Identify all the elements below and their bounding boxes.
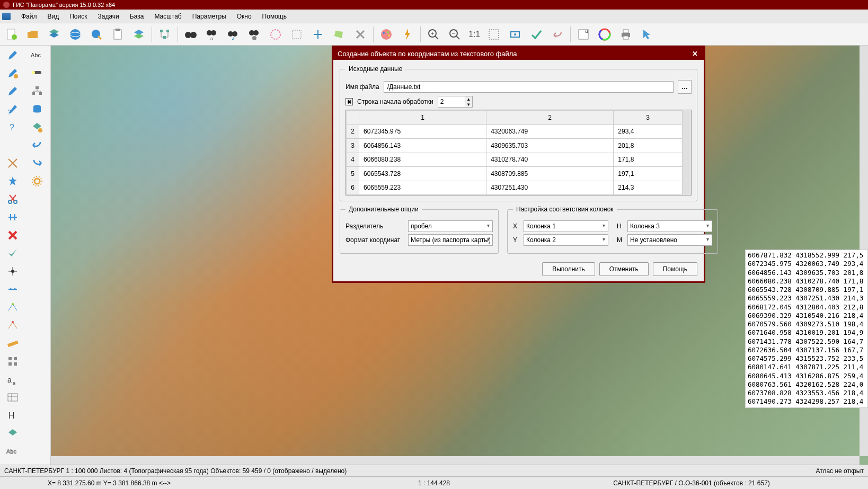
bolt-icon[interactable]: [398, 25, 417, 44]
list-item: 6065559.223 4307251.430 214,3: [748, 294, 865, 303]
check-icon[interactable]: [527, 25, 546, 44]
fmt-select[interactable]: [408, 234, 493, 246]
chevron-up-icon[interactable]: ▲: [465, 96, 472, 102]
menu-search[interactable]: Поиск: [64, 11, 92, 22]
delim-select[interactable]: [408, 220, 493, 232]
redo-blue-icon[interactable]: [25, 155, 49, 172]
menu-scale[interactable]: Масштаб: [149, 11, 187, 22]
pencil-dot-icon[interactable]: [1, 83, 24, 100]
node-icon[interactable]: [1, 263, 24, 280]
x-select[interactable]: [524, 220, 608, 232]
svg-point-53: [14, 288, 16, 290]
map-canvas[interactable]: Создание объекта по координатам из текст…: [51, 46, 868, 465]
palette-icon[interactable]: [377, 25, 396, 44]
svg-point-1: [12, 34, 17, 40]
svg-rect-72: [39, 92, 42, 95]
polygon-select-icon[interactable]: [330, 25, 349, 44]
undo-icon[interactable]: [548, 25, 567, 44]
m-select[interactable]: [627, 234, 712, 246]
cancel-button[interactable]: Отменить: [599, 262, 649, 276]
find-next-icon[interactable]: [224, 25, 243, 44]
menu-db[interactable]: База: [125, 11, 149, 22]
org-chart-icon[interactable]: [25, 83, 49, 100]
zoom-out-icon[interactable]: [445, 25, 464, 44]
add-point-icon[interactable]: [308, 25, 327, 44]
grid-scrollbar[interactable]: [683, 110, 691, 195]
cursor-icon[interactable]: [637, 25, 657, 44]
color-wheel-icon[interactable]: [595, 25, 614, 44]
dialog-titlebar[interactable]: Создание объекта по координатам из текст…: [333, 47, 704, 60]
tree-icon[interactable]: [155, 25, 174, 44]
rowstart-spinner[interactable]: ▲▼: [438, 96, 473, 108]
extent-icon[interactable]: [484, 25, 503, 44]
clipboard-icon[interactable]: [108, 25, 127, 44]
menu-window[interactable]: Окно: [232, 11, 257, 22]
run-button[interactable]: Выполнить: [542, 262, 595, 276]
svg-text:Abc: Abc: [6, 448, 16, 455]
form-icon[interactable]: a: [574, 25, 593, 44]
scrollbar-horizontal[interactable]: [51, 456, 860, 465]
help-button[interactable]: Помощь: [653, 262, 697, 276]
vertex-del-icon[interactable]: [1, 317, 24, 334]
frame-icon[interactable]: [506, 25, 525, 44]
y-select[interactable]: [524, 234, 608, 246]
delete-x-icon[interactable]: [1, 227, 24, 244]
lasso-icon[interactable]: [266, 25, 285, 44]
layers-stack-icon[interactable]: [45, 25, 64, 44]
status-sheet: САНКТ-ПЕТЕРБУРГ / O.O-36-001 (объектов :…: [563, 479, 820, 487]
print-icon[interactable]: [616, 25, 635, 44]
align-icon[interactable]: [1, 209, 24, 226]
menu-file[interactable]: Файл: [16, 11, 42, 22]
svg-rect-63: [8, 394, 17, 401]
abc-fill-icon[interactable]: Abc: [25, 47, 49, 64]
find-text-icon[interactable]: a: [202, 25, 222, 44]
text-size-icon[interactable]: aa: [1, 371, 24, 388]
menu-params[interactable]: Параметры: [187, 11, 232, 22]
green-check-icon[interactable]: [1, 245, 24, 262]
select-rect-icon[interactable]: [287, 25, 306, 44]
abc-outline-icon[interactable]: Abc: [1, 443, 24, 460]
pencil-edit-icon[interactable]: [1, 65, 24, 82]
scale-1-1-label[interactable]: 1:1: [466, 30, 482, 39]
table-row: 66065559.2234307251.430214,3: [347, 181, 683, 195]
pencil-question-icon[interactable]: ?: [1, 101, 24, 118]
close-icon[interactable]: ✕: [690, 49, 699, 58]
svg-point-15: [190, 32, 197, 38]
menu-help[interactable]: Помощь: [257, 11, 292, 22]
vertex-add-icon[interactable]: [1, 299, 24, 316]
cross-tools-icon[interactable]: [1, 155, 24, 172]
globe-icon[interactable]: [66, 25, 85, 44]
flashlight-icon[interactable]: [25, 65, 49, 82]
ruler-icon[interactable]: [1, 335, 24, 352]
db-icon[interactable]: [25, 101, 49, 118]
pencil-help-icon[interactable]: ?: [1, 119, 24, 136]
scissors-icon[interactable]: [1, 191, 24, 208]
table-tool-icon[interactable]: [1, 389, 24, 406]
gear-icon[interactable]: [25, 173, 49, 190]
list-item: 6080147.641 4307871.225 211,4: [748, 363, 865, 371]
globe-edit-icon[interactable]: [87, 25, 106, 44]
star-icon[interactable]: [1, 173, 24, 190]
find-settings-icon[interactable]: [245, 25, 264, 44]
delete-selection-icon[interactable]: [351, 25, 370, 44]
new-document-icon[interactable]: [2, 25, 21, 44]
binoculars-icon[interactable]: [181, 25, 200, 44]
rowstart-checkbox[interactable]: ✖: [346, 98, 353, 105]
layers-icon[interactable]: [129, 25, 148, 44]
layer-green-icon[interactable]: [1, 425, 24, 442]
menu-tasks[interactable]: Задачи: [93, 11, 125, 22]
font-h-icon[interactable]: H: [1, 407, 24, 424]
browse-button[interactable]: …: [678, 80, 692, 94]
zoom-in-icon[interactable]: [424, 25, 443, 44]
snap-icon[interactable]: [1, 281, 24, 298]
h-select[interactable]: [627, 220, 712, 232]
undo-blue-icon[interactable]: [25, 137, 49, 154]
menu-view[interactable]: Вид: [42, 11, 65, 22]
data-preview-table[interactable]: 123 26072345.9754320063.749293,4 3606485…: [346, 110, 692, 195]
pencil-blue-icon[interactable]: [1, 47, 24, 64]
file-input[interactable]: [384, 81, 674, 93]
layer-edit-icon[interactable]: [25, 119, 49, 136]
chevron-down-icon[interactable]: ▼: [465, 102, 472, 107]
grid-icon[interactable]: [1, 353, 24, 370]
open-folder-icon[interactable]: [23, 25, 42, 44]
